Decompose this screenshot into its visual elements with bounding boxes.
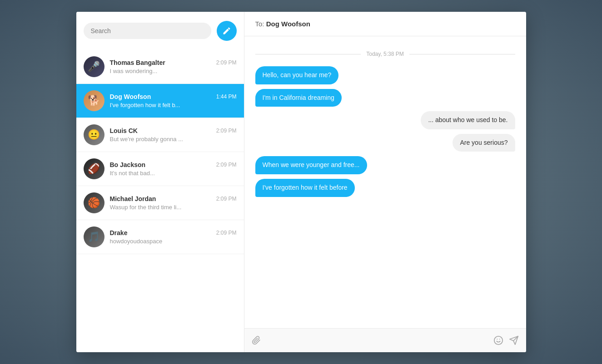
conv-preview-drake: howdoyoudoaspace	[110, 238, 237, 245]
date-line-left	[255, 54, 361, 54]
conversation-item-drake[interactable]: 🎵 Drake 2:09 PM howdoyoudoaspace	[76, 220, 244, 254]
chat-recipient: Dog Woofson	[266, 20, 310, 28]
conv-name-michael: Michael Jordan	[110, 195, 156, 202]
conv-name-louis: Louis CK	[110, 127, 138, 134]
chat-messages: Today, 5:38 PM Hello, can you hear me?I'…	[244, 36, 526, 328]
conv-time-thomas: 2:09 PM	[216, 59, 237, 66]
sidebar-header	[76, 12, 244, 50]
conversation-item-bo[interactable]: 🏈 Bo Jackson 2:09 PM It's not that bad..…	[76, 152, 244, 186]
avatar-bo: 🏈	[84, 158, 104, 179]
conv-preview-thomas: I was wondering...	[110, 68, 237, 74]
message-row-2: I'm in California dreaming	[255, 89, 515, 107]
message-row-1: Hello, can you hear me?	[255, 66, 515, 84]
conv-preview-bo: It's not that bad...	[110, 170, 237, 177]
conversation-item-thomas[interactable]: 🎤 Thomas Bangalter 2:09 PM I was wonderi…	[76, 50, 244, 84]
to-label: To:	[255, 20, 264, 28]
conv-time-bo: 2:09 PM	[216, 162, 237, 168]
conv-name-dog: Dog Woofson	[110, 93, 151, 100]
avatar-thomas: 🎤	[84, 56, 104, 77]
compose-icon	[222, 26, 231, 35]
bubble-2: I'm in California dreaming	[255, 89, 342, 107]
date-label: Today, 5:38 PM	[366, 51, 404, 57]
conv-info-drake: Drake 2:09 PM howdoyoudoaspace	[110, 229, 237, 245]
chat-header: To: Dog Woofson	[244, 12, 526, 36]
bubble-5: When we were younger and free...	[255, 156, 367, 174]
conv-time-dog: 1:44 PM	[216, 93, 237, 100]
conv-name-drake: Drake	[110, 229, 128, 236]
conv-time-drake: 2:09 PM	[216, 230, 237, 236]
svg-point-0	[494, 336, 502, 344]
date-divider: Today, 5:38 PM	[255, 51, 515, 57]
new-chat-button[interactable]	[217, 21, 237, 41]
conv-info-dog: Dog Woofson 1:44 PM I've forgotten how i…	[110, 93, 237, 108]
conv-info-louis: Louis CK 2:09 PM But we're probably gonn…	[110, 127, 237, 143]
conv-name-bo: Bo Jackson	[110, 161, 146, 168]
bubble-1: Hello, can you hear me?	[255, 66, 339, 84]
app-container: 🎤 Thomas Bangalter 2:09 PM I was wonderi…	[76, 12, 526, 352]
chat-input-area	[244, 328, 526, 352]
message-row-5: When we were younger and free...	[255, 156, 515, 174]
message-row-4: Are you serious?	[255, 134, 515, 152]
conversation-list: 🎤 Thomas Bangalter 2:09 PM I was wonderi…	[76, 50, 244, 352]
search-input[interactable]	[84, 23, 211, 39]
send-button[interactable]	[509, 335, 519, 345]
conversation-item-louis[interactable]: 😐 Louis CK 2:09 PM But we're probably go…	[76, 118, 244, 152]
conv-info-michael: Michael Jordan 2:09 PM Wasup for the thi…	[110, 195, 237, 211]
conversation-item-michael[interactable]: 🏀 Michael Jordan 2:09 PM Wasup for the t…	[76, 186, 244, 220]
avatar-louis: 😐	[84, 124, 104, 145]
attach-button[interactable]	[252, 336, 261, 345]
emoji-button[interactable]	[493, 335, 503, 345]
conv-info-thomas: Thomas Bangalter 2:09 PM I was wondering…	[110, 59, 237, 74]
conv-time-michael: 2:09 PM	[216, 196, 237, 202]
send-icon	[509, 335, 519, 345]
avatar-michael: 🏀	[84, 192, 104, 213]
conv-preview-michael: Wasup for the third time li...	[110, 204, 237, 211]
message-input[interactable]	[266, 334, 488, 347]
conv-name-thomas: Thomas Bangalter	[110, 59, 165, 66]
date-line-right	[409, 54, 515, 54]
avatar-drake: 🎵	[84, 226, 104, 247]
bubble-6: I've forgotten how it felt before	[255, 179, 355, 197]
sidebar: 🎤 Thomas Bangalter 2:09 PM I was wonderi…	[76, 12, 244, 352]
emoji-icon	[493, 335, 503, 345]
bubble-3: ... about who we used to be.	[421, 111, 515, 129]
chat-area: To: Dog Woofson Today, 5:38 PM Hello, ca…	[244, 12, 526, 352]
paperclip-icon	[252, 336, 261, 345]
conv-time-louis: 2:09 PM	[216, 128, 237, 134]
message-row-6: I've forgotten how it felt before	[255, 179, 515, 197]
conversation-item-dog[interactable]: 🐕 Dog Woofson 1:44 PM I've forgotten how…	[76, 84, 244, 118]
conv-preview-dog: I've forgotten how it felt b...	[110, 102, 237, 108]
bubble-4: Are you serious?	[453, 134, 515, 152]
conv-info-bo: Bo Jackson 2:09 PM It's not that bad...	[110, 161, 237, 177]
search-input-wrap	[84, 23, 211, 39]
avatar-dog: 🐕	[84, 90, 104, 111]
message-row-3: ... about who we used to be.	[255, 111, 515, 129]
conv-preview-louis: But we're probably gonna ...	[110, 136, 237, 143]
